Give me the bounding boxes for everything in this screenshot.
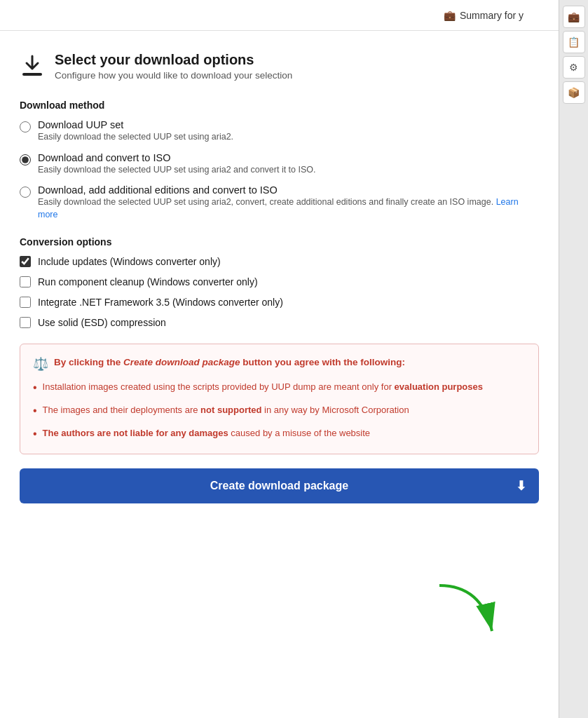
agreement-item-2: The images and their deployments are not… [33,403,526,419]
page-title-wrap: Select your download options Configure h… [55,52,292,81]
radio-uup[interactable] [20,121,31,133]
svg-rect-0 [22,73,42,76]
radio-uup-label: Download UUP set [38,119,233,130]
radio-editions[interactable] [20,187,31,198]
top-bar: 💼 Summary for y [0,0,559,31]
agreement-header: ⚖️ By clicking the Create download packa… [33,355,526,372]
learn-more-link[interactable]: Learn more [38,197,519,219]
sidebar-icon-4[interactable]: 📦 [563,81,585,104]
checkbox-item-dotnet[interactable]: Integrate .NET Framework 3.5 (Windows co… [20,297,539,308]
checkbox-dotnet-label: Integrate .NET Framework 3.5 (Windows co… [38,297,283,308]
checkbox-updates[interactable] [20,256,31,267]
radio-iso-label: Download and convert to ISO [38,152,316,163]
conversion-options-group: Include updates (Windows converter only)… [20,256,539,328]
radio-item-uup[interactable]: Download UUP set Easily download the sel… [20,119,539,144]
create-button-icon: ⬇ [516,478,526,494]
agreement-list: Installation images created using the sc… [33,380,526,442]
arrow-annotation [425,578,510,651]
download-method-label: Download method [20,100,539,111]
radio-iso[interactable] [20,154,31,165]
balance-icon: ⚖️ [33,356,48,372]
checkbox-item-cleanup[interactable]: Run component cleanup (Windows converter… [20,276,539,287]
checkbox-solid-label: Use solid (ESD) compression [38,317,166,328]
radio-editions-label: Download, add additional editions and co… [38,184,539,196]
summary-link[interactable]: 💼 Summary for y [444,10,524,21]
page-title: Select your download options [55,52,292,68]
create-download-button[interactable]: Create download package ⬇ [20,468,539,503]
page-header: Select your download options Configure h… [20,52,539,84]
checkbox-item-solid[interactable]: Use solid (ESD) compression [20,317,539,328]
radio-iso-desc: Easily download the selected UUP set usi… [38,164,316,177]
agreement-item-3: The authors are not liable for any damag… [33,426,526,442]
radio-item-editions[interactable]: Download, add additional editions and co… [20,184,539,221]
radio-uup-desc: Easily download the selected UUP set usi… [38,131,233,144]
conversion-options-label: Conversion options [20,236,539,248]
page-subtitle: Configure how you would like to download… [55,70,292,81]
briefcase-icon: 💼 [444,10,456,21]
checkbox-cleanup-label: Run component cleanup (Windows converter… [38,276,258,287]
page-section: Select your download options Configure h… [20,52,539,503]
sidebar-icon-1[interactable]: 💼 [563,6,585,28]
radio-item-iso[interactable]: Download and convert to ISO Easily downl… [20,152,539,177]
right-sidebar: 💼 📋 ⚙ 📦 [559,0,588,718]
checkbox-updates-label: Include updates (Windows converter only) [38,256,221,267]
radio-editions-desc: Easily download the selected UUP set usi… [38,196,539,221]
checkbox-item-updates[interactable]: Include updates (Windows converter only) [20,256,539,267]
page-download-icon [20,53,45,84]
sidebar-icon-2[interactable]: 📋 [563,31,585,53]
agreement-title: By clicking the Create download package … [54,355,405,370]
agreement-item-1: Installation images created using the sc… [33,380,526,396]
checkbox-cleanup[interactable] [20,276,31,287]
download-method-group: Download UUP set Easily download the sel… [20,119,539,221]
create-button-label: Create download package [210,480,348,492]
sidebar-icon-3[interactable]: ⚙ [563,56,585,79]
summary-text: Summary for y [460,10,524,21]
checkbox-dotnet[interactable] [20,297,31,308]
checkbox-solid[interactable] [20,317,31,328]
agreement-box: ⚖️ By clicking the Create download packa… [20,344,539,454]
